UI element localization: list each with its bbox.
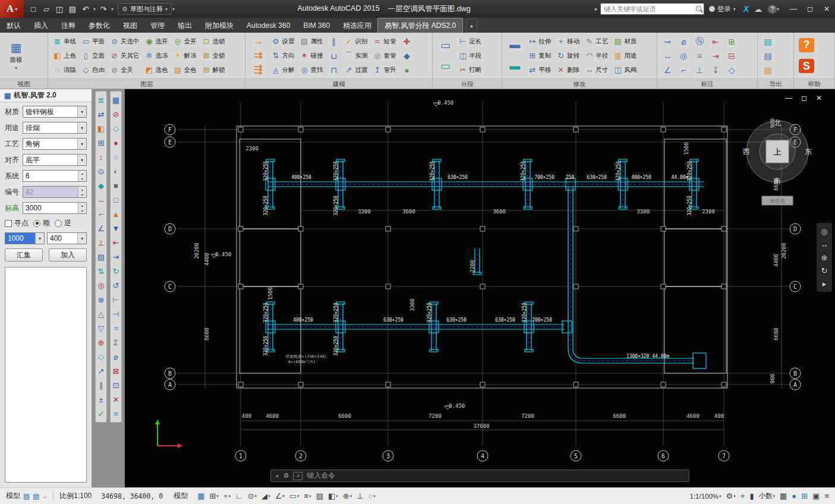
ribbon-button[interactable]: ✕删除 (554, 63, 581, 77)
tool-icon[interactable]: ⊘ (111, 107, 121, 121)
help-menu-arrow[interactable]: ▾ (777, 7, 779, 12)
ribbon-button[interactable]: +移动 (554, 34, 581, 48)
tool-icon[interactable]: ▽ (96, 321, 106, 335)
tool-icon[interactable]: ↔ (96, 193, 106, 207)
qat-menu-arrow[interactable]: ▾ (172, 7, 175, 12)
tool-icon[interactable]: ≣ (96, 93, 106, 107)
object-snap-toggle[interactable]: ▭▾ (288, 490, 301, 502)
clean-screen-toggle[interactable]: ⊞ (799, 490, 809, 502)
tool-icon[interactable]: ⇤ (111, 235, 121, 250)
ribbon-button[interactable]: ⊢定长 (456, 34, 483, 48)
spinner-arrows[interactable]: ▴▾ (78, 171, 86, 181)
ribbon-button[interactable]: ⊡选锁 (200, 34, 226, 48)
drawing-restore-button[interactable]: ◻ (801, 94, 807, 102)
dynamic-input-toggle[interactable]: +▾ (222, 490, 232, 502)
order-radio-forward[interactable]: 顺 (33, 218, 50, 228)
showmotion-icon[interactable]: ▸ (818, 277, 831, 290)
ribbon-button[interactable]: ⇤ (708, 34, 723, 48)
ribbon-button[interactable]: ↧ (708, 63, 723, 77)
viewport-scale-control[interactable]: 1:1/100%▾ (688, 490, 723, 502)
tool-icon[interactable]: ↕ (96, 150, 106, 164)
ribbon-tab[interactable]: 精选应用 (336, 18, 378, 33)
ribbon-button[interactable]: ✓识别 (342, 34, 369, 48)
isolate-objects-toggle[interactable]: ▣ (811, 490, 821, 502)
ribbon-tab[interactable]: 默认 (0, 18, 27, 33)
ortho-toggle[interactable]: ∟ (234, 490, 245, 502)
export-list-button[interactable]: ▤ (761, 34, 775, 48)
plot-button[interactable]: ▤ (67, 3, 78, 15)
duct-height-select[interactable]: 400 ▾ (47, 232, 87, 244)
ribbon-button[interactable]: ↻旋转 (554, 49, 581, 62)
quick-properties-toggle[interactable]: ▦ (778, 490, 789, 502)
minimize-button[interactable]: — (785, 0, 802, 18)
tool-icon[interactable]: ⊞ (96, 136, 106, 150)
collect-button[interactable]: 汇集 (5, 248, 43, 262)
tool-icon[interactable]: ≈ (111, 321, 121, 335)
draw-duct-button[interactable]: → (248, 34, 267, 48)
seek-point-checkbox[interactable]: 寻点 (5, 218, 29, 228)
ribbon-button[interactable]: ✂打断 (456, 63, 483, 77)
redo-button[interactable]: ↷ (97, 3, 109, 15)
tool-icon[interactable]: ◧ (96, 121, 106, 136)
ribbon-button[interactable]: ✎工艺 (583, 34, 610, 48)
grid-toggle[interactable]: ▦ (196, 490, 206, 502)
panel-label[interactable]: 视图 (0, 78, 48, 89)
polar-tracking-toggle[interactable]: ⊙▾ (246, 490, 259, 502)
panel-label[interactable]: 图层 (48, 78, 245, 89)
order-radio-reverse[interactable]: 逆 (55, 218, 71, 228)
panel-label[interactable]: 建模 (245, 78, 432, 89)
tool-icon[interactable]: ◎ (96, 278, 106, 292)
spinner-arrows[interactable]: ▴▾ (78, 187, 86, 197)
ribbon-button[interactable]: ⇥ (708, 49, 723, 62)
graphics-performance-toggle[interactable]: ● (790, 490, 798, 502)
tool-icon[interactable]: ⇄ (96, 107, 106, 121)
panel-label[interactable]: 导出 (758, 78, 793, 89)
tool-icon[interactable]: ◆ (96, 178, 106, 193)
drawing-close-button[interactable]: ✕ (816, 94, 822, 102)
number-spinner[interactable]: 42▴▾ (23, 186, 87, 198)
selection-cycling-toggle[interactable]: ◧▾ (326, 490, 340, 502)
tool-icon[interactable]: ⊠ (111, 364, 121, 378)
ribbon-button[interactable]: ◬分解 (269, 63, 296, 77)
ribbon-tab[interactable]: 附加模块 (198, 18, 240, 33)
panel-label[interactable]: 标注 (657, 78, 757, 89)
tool-icon[interactable]: □ (111, 193, 121, 207)
align-select[interactable]: 底平▾ (23, 154, 87, 166)
undo-button[interactable]: ↶ (80, 3, 92, 15)
ribbon-button[interactable]: ◌消隐 (51, 63, 78, 77)
tool-icon[interactable]: ⌐ (96, 207, 106, 221)
ribbon-button[interactable]: ✚ (399, 34, 414, 48)
ribbon-button[interactable]: ● (399, 63, 414, 77)
segment-preview-button[interactable]: ▭ (436, 38, 455, 52)
tool-icon[interactable]: ⊡ (111, 378, 121, 392)
command-input[interactable]: 键入命令 (307, 471, 335, 481)
draw-duct-3-button[interactable]: ⇶ (248, 63, 267, 77)
process-select[interactable]: 角钢▾ (23, 138, 87, 150)
ribbon-button[interactable]: ◠半径 (583, 49, 610, 62)
ribbon-button[interactable]: ⊠全锁 (200, 49, 226, 62)
ribbon-button[interactable]: ⌐ (676, 63, 691, 77)
wrench-icon[interactable]: ⚙ (283, 472, 289, 480)
ribbon-button[interactable]: ↦拉伸 (526, 34, 553, 48)
cloud-icon[interactable]: ☁ (754, 5, 762, 14)
transparency-toggle[interactable]: ▨ (314, 490, 325, 502)
ribbon-button[interactable]: Ⓝ (692, 34, 707, 48)
elevation-spinner[interactable]: 3000▴▾ (23, 202, 87, 214)
ribbon-button[interactable]: ↔ (660, 49, 675, 62)
ribbon-button[interactable]: ⊥ (692, 63, 707, 77)
ribbon-button[interactable]: ≡ (692, 49, 707, 62)
lineweight-toggle[interactable]: ≡▾ (303, 490, 313, 502)
dropdown-arrow[interactable]: ▾ (93, 7, 96, 12)
tool-icon[interactable]: ⇥ (111, 250, 121, 264)
chevron-icon[interactable]: ⌄ (43, 493, 48, 499)
ribbon-button[interactable]: ◎查找 (298, 63, 324, 77)
ribbon-tab[interactable]: BIM 360 (297, 18, 336, 33)
ribbon-button[interactable]: ⊔ (326, 49, 341, 62)
material-select[interactable]: 镀锌钢板▾ (23, 106, 87, 118)
ribbon-button[interactable]: ⊓ (326, 63, 341, 77)
customization-menu[interactable]: ≡ (823, 490, 831, 502)
tool-icon[interactable]: ▤ (96, 250, 106, 264)
tool-icon[interactable]: ▼ (111, 221, 121, 235)
selection-filter-toggle[interactable]: ◌▾ (367, 490, 377, 502)
ribbon-button[interactable]: ⇄平移 (526, 63, 553, 77)
